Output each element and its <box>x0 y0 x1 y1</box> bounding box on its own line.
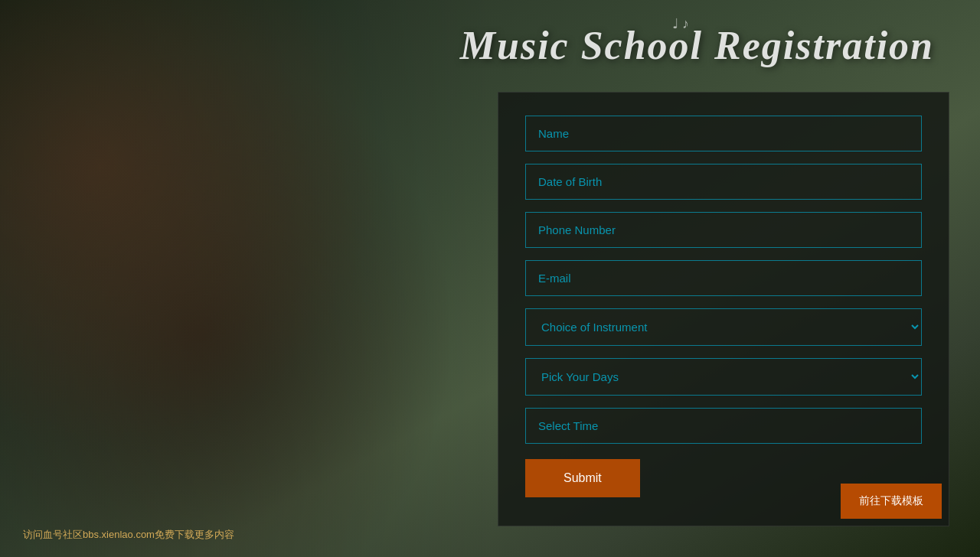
registration-form-panel: Choice of Instrument Guitar Piano Violin… <box>498 92 949 526</box>
days-select[interactable]: Pick Your Days Monday Tuesday Wednesday … <box>525 358 922 396</box>
guitarist-image <box>0 0 498 557</box>
time-input[interactable] <box>525 408 922 444</box>
instrument-select[interactable]: Choice of Instrument Guitar Piano Violin… <box>525 308 922 346</box>
page-title: Music School Registration <box>0 23 980 68</box>
phone-input[interactable] <box>525 212 922 248</box>
name-input[interactable] <box>525 116 922 151</box>
email-input[interactable] <box>525 260 922 296</box>
watermark-text: 访问血号社区bbs.xienlao.com免费下载更多内容 <box>23 528 234 542</box>
dob-input[interactable] <box>525 164 922 200</box>
download-template-button[interactable]: 前往下载模板 <box>841 484 942 519</box>
submit-button[interactable]: Submit <box>525 459 640 497</box>
